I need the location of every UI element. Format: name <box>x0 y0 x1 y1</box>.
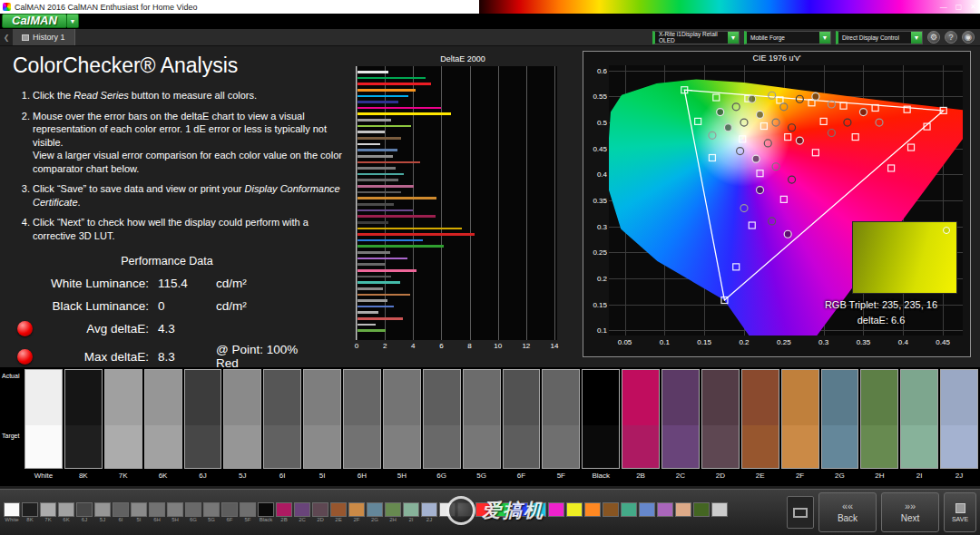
toolbar-swatch[interactable] <box>693 502 710 523</box>
toolbar-swatch[interactable]: 2C <box>294 502 310 523</box>
deltae-bar[interactable] <box>358 179 398 181</box>
tab-scroll-left-icon[interactable]: ❮ <box>0 29 13 45</box>
toolbar-swatch[interactable]: 2D <box>312 502 328 523</box>
deltae-bar[interactable] <box>358 299 387 302</box>
toolbar-swatch[interactable] <box>603 502 619 523</box>
deltae-bar[interactable] <box>358 107 441 110</box>
toolbar-swatch[interactable]: 2E <box>330 502 347 523</box>
deltae-bar[interactable] <box>358 251 390 254</box>
toolbar-swatch[interactable]: 5H <box>167 502 183 523</box>
toolbar-swatch[interactable]: 8K <box>22 502 38 523</box>
meter-dropdown-0[interactable]: X-Rite i1Display RetailOLED▼ <box>652 31 740 44</box>
deltae-bar[interactable] <box>358 239 423 242</box>
toolbar-swatch[interactable] <box>566 502 583 523</box>
deltae-bar[interactable] <box>358 131 385 133</box>
toolbar-swatch[interactable]: 2H <box>385 502 401 523</box>
deltae-bar[interactable] <box>358 215 436 218</box>
toolbar-swatch[interactable] <box>548 502 564 523</box>
toolbar-swatch[interactable]: 2F <box>348 502 365 523</box>
chevron-down-icon[interactable]: ▼ <box>911 32 922 44</box>
minimize-button[interactable]: — <box>940 1 947 13</box>
deltae-bar[interactable] <box>358 203 394 206</box>
toolbar-swatch[interactable]: 6I <box>113 502 129 523</box>
deltae-bar[interactable] <box>358 71 388 73</box>
display-icon[interactable] <box>787 496 814 529</box>
help-icon[interactable]: ? <box>945 31 957 44</box>
toolbar-swatch[interactable] <box>657 502 673 523</box>
back-button[interactable]: «« Back <box>818 492 877 532</box>
chevron-down-icon[interactable]: ▼ <box>819 32 830 44</box>
deltae-bar[interactable] <box>358 329 386 332</box>
toolbar-swatch[interactable]: 5I <box>131 502 147 523</box>
toolbar-swatch[interactable] <box>439 502 456 523</box>
deltae-bar[interactable] <box>358 185 414 188</box>
toolbar-swatch[interactable] <box>621 502 637 523</box>
toolbar-swatch[interactable] <box>639 502 655 523</box>
deltae-bar[interactable] <box>358 112 451 115</box>
toolbar-swatch[interactable]: 5F <box>240 502 256 523</box>
deltae-bar[interactable] <box>358 191 401 194</box>
calman-logo[interactable]: CalMAN <box>2 14 67 28</box>
toolbar-swatch[interactable] <box>457 502 474 523</box>
deltae-bar[interactable] <box>358 317 403 320</box>
toolbar-swatch[interactable]: 5G <box>203 502 220 523</box>
toolbar-swatch[interactable] <box>475 502 492 523</box>
deltae-bar[interactable] <box>358 306 394 308</box>
deltae-bar[interactable] <box>358 269 416 272</box>
save-button[interactable]: SAVE <box>944 492 976 532</box>
toolbar-swatch[interactable]: 6K <box>58 502 74 523</box>
toolbar-swatch[interactable] <box>530 502 546 523</box>
deltae-bar[interactable] <box>358 294 410 297</box>
toolbar-swatch[interactable] <box>675 502 691 523</box>
chevron-down-icon[interactable]: ▼ <box>728 32 739 44</box>
deltae-bar[interactable] <box>358 197 436 199</box>
toolbar-swatch[interactable]: 2I <box>403 502 419 523</box>
meter-dropdown-2[interactable]: Direct Display Control▼ <box>836 31 923 44</box>
power-icon[interactable]: ◉ <box>962 31 975 44</box>
toolbar-swatch[interactable]: 2G <box>367 502 383 523</box>
deltae-bar[interactable] <box>358 155 393 158</box>
deltae-bar[interactable] <box>358 324 376 326</box>
deltae-bar[interactable] <box>358 95 408 98</box>
deltae-bar[interactable] <box>358 263 386 266</box>
deltae-bar[interactable] <box>358 281 400 284</box>
deltae-bar[interactable] <box>358 233 475 236</box>
toolbar-swatch[interactable]: 7K <box>40 502 56 523</box>
next-button[interactable]: »» Next <box>881 492 939 532</box>
deltae-bar[interactable] <box>358 137 401 140</box>
toolbar-swatch[interactable]: 2J <box>421 502 437 523</box>
tab-history-1[interactable]: History 1 <box>13 29 75 45</box>
toolbar-swatch[interactable]: 6G <box>185 502 201 523</box>
deltae-bar[interactable] <box>358 228 462 230</box>
toolbar-swatch[interactable] <box>711 502 728 523</box>
deltae-bar[interactable] <box>358 167 396 170</box>
toolbar-swatch[interactable]: 6J <box>76 502 93 523</box>
logo-dropdown-arrow-icon[interactable]: ▼ <box>67 14 79 28</box>
settings-gear-icon[interactable]: ⚙ <box>927 31 940 44</box>
deltae-bar[interactable] <box>358 101 398 103</box>
deltae-bar[interactable] <box>358 143 380 146</box>
deltae-bar[interactable] <box>358 119 391 122</box>
toolbar-swatch[interactable]: 6H <box>149 502 165 523</box>
deltae-bar[interactable] <box>358 77 426 80</box>
deltae-bar[interactable] <box>358 258 407 260</box>
deltae-bar[interactable] <box>358 149 397 151</box>
toolbar-swatch[interactable] <box>512 502 528 523</box>
deltae-bar[interactable] <box>358 311 378 314</box>
deltae-bar[interactable] <box>358 89 416 92</box>
deltae-bar[interactable] <box>358 161 420 164</box>
meter-dropdown-1[interactable]: Mobile Forge▼ <box>744 31 831 44</box>
deltae-bar[interactable] <box>358 221 388 224</box>
deltae-bar[interactable] <box>358 125 411 128</box>
toolbar-swatch[interactable]: White <box>4 502 20 523</box>
deltae-bar[interactable] <box>358 209 413 212</box>
deltae-bar[interactable] <box>358 173 404 176</box>
toolbar-swatch[interactable]: 5J <box>94 502 111 523</box>
toolbar-swatch[interactable] <box>584 502 601 523</box>
close-button[interactable]: ✕ <box>970 1 976 13</box>
deltae-bar[interactable] <box>358 83 431 85</box>
toolbar-swatch[interactable] <box>494 502 510 523</box>
toolbar-swatch[interactable]: Black <box>258 502 274 523</box>
toolbar-swatch[interactable]: 2B <box>276 502 292 523</box>
deltae-bar[interactable] <box>358 276 391 278</box>
